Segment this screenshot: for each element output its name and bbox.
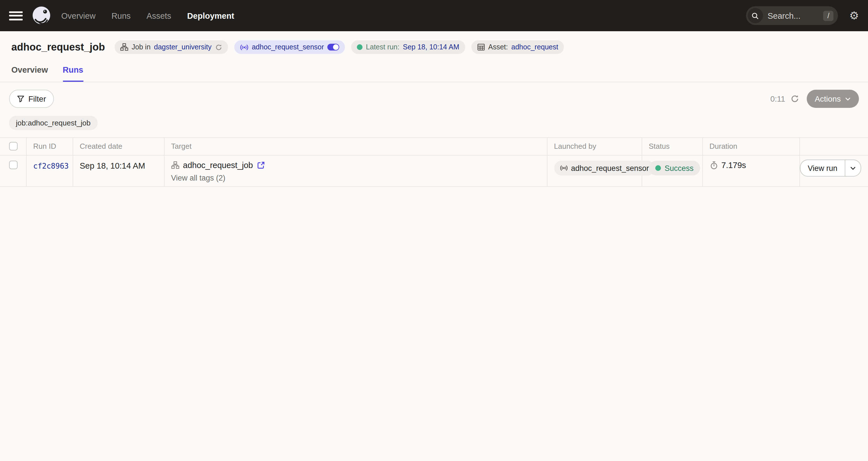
page-title: adhoc_request_job	[11, 41, 105, 53]
column-header-duration: Duration	[703, 138, 799, 155]
latest-run-label: Latest run:	[366, 43, 399, 51]
menu-icon[interactable]	[9, 11, 23, 20]
view-run-split-button: View run	[800, 160, 861, 177]
created-date-value: Sep 18, 10:14 AM	[80, 161, 145, 170]
job-badge-prefix: Job in	[132, 43, 151, 51]
column-header-run-id: Run ID	[26, 138, 72, 155]
refresh-countdown: 0:11	[770, 94, 785, 103]
page-header: adhoc_request_job Job in dagster_univers…	[0, 31, 868, 54]
filter-button[interactable]: Filter	[9, 90, 54, 108]
filter-button-label: Filter	[28, 94, 46, 103]
asset-table-icon	[477, 43, 485, 51]
latest-run-status-dot	[357, 44, 363, 50]
status-value: Success	[664, 164, 693, 172]
gear-icon[interactable]: ⚙	[849, 10, 859, 21]
tab-runs[interactable]: Runs	[63, 65, 83, 82]
launched-by-value: adhoc_request_sensor	[571, 164, 649, 172]
column-header-target: Target	[164, 138, 547, 155]
table-header-row: Run ID Created date Target Launched by S…	[0, 138, 868, 155]
sensor-badge: adhoc_request_sensor	[234, 40, 345, 54]
asset-badge: Asset: adhoc_request	[471, 40, 564, 54]
external-link-icon[interactable]	[257, 161, 265, 169]
job-filter-chip[interactable]: job:adhoc_request_job	[9, 116, 97, 130]
active-filters-row: job:adhoc_request_job	[0, 108, 868, 137]
code-location-link[interactable]: dagster_university	[154, 43, 212, 51]
launched-by-tag[interactable]: adhoc_request_sensor	[554, 161, 655, 175]
dagster-logo-icon[interactable]	[31, 5, 52, 26]
target-job-name: adhoc_request_job	[183, 161, 253, 170]
nav-item-overview[interactable]: Overview	[61, 11, 96, 20]
latest-run-link[interactable]: Sep 18, 10:14 AM	[403, 43, 459, 51]
row-checkbox[interactable]	[9, 161, 18, 169]
job-location-badge: Job in dagster_university	[115, 40, 228, 54]
actions-button[interactable]: Actions	[807, 90, 859, 108]
reload-location-icon[interactable]	[215, 44, 222, 51]
run-id-link[interactable]: cf2c8963	[33, 162, 69, 170]
job-graph-icon	[171, 161, 179, 169]
column-header-created-date: Created date	[73, 138, 164, 155]
nav-item-runs[interactable]: Runs	[112, 11, 131, 20]
tab-bar: Overview Runs	[0, 65, 868, 82]
sensor-toggle[interactable]	[327, 44, 339, 51]
status-badge: Success	[649, 161, 700, 175]
asset-badge-label: Asset:	[488, 43, 508, 51]
filter-icon	[17, 95, 24, 103]
duration-value: 7.179s	[721, 161, 746, 170]
column-header-status: Status	[642, 138, 702, 155]
stopwatch-icon	[709, 161, 718, 170]
primary-nav: Overview Runs Assets Deployment	[61, 11, 234, 20]
table-row: cf2c8963 Sep 18, 10:14 AM adhoc_request_…	[0, 155, 868, 186]
asset-link[interactable]: adhoc_request	[512, 43, 558, 51]
search-icon	[748, 8, 763, 23]
status-dot	[655, 165, 661, 171]
search-shortcut-badge: /	[824, 10, 833, 21]
view-run-menu-button[interactable]	[845, 160, 861, 176]
search-placeholder: Search...	[768, 11, 824, 20]
column-header-launched-by: Launched by	[547, 138, 641, 155]
actions-button-label: Actions	[815, 94, 841, 103]
top-navbar: Overview Runs Assets Deployment Search..…	[0, 0, 868, 31]
sensor-icon	[240, 44, 248, 51]
app-root: Overview Runs Assets Deployment Search..…	[0, 0, 868, 461]
view-run-button[interactable]: View run	[800, 160, 845, 176]
nav-item-assets[interactable]: Assets	[147, 11, 171, 20]
search-input[interactable]: Search... /	[746, 6, 838, 25]
runs-table: Run ID Created date Target Launched by S…	[0, 137, 868, 187]
job-graph-icon	[120, 43, 128, 51]
view-all-tags-link[interactable]: View all tags (2)	[171, 174, 542, 182]
sensor-icon	[560, 165, 568, 171]
tab-overview[interactable]: Overview	[11, 65, 48, 82]
chevron-down-icon	[845, 96, 851, 102]
latest-run-badge: Latest run: Sep 18, 10:14 AM	[351, 40, 465, 54]
refresh-icon[interactable]	[790, 94, 799, 103]
nav-item-deployment[interactable]: Deployment	[187, 11, 234, 20]
sensor-link[interactable]: adhoc_request_sensor	[252, 43, 324, 51]
select-all-checkbox[interactable]	[9, 142, 18, 150]
runs-toolbar: Filter 0:11 Actions	[0, 82, 868, 108]
